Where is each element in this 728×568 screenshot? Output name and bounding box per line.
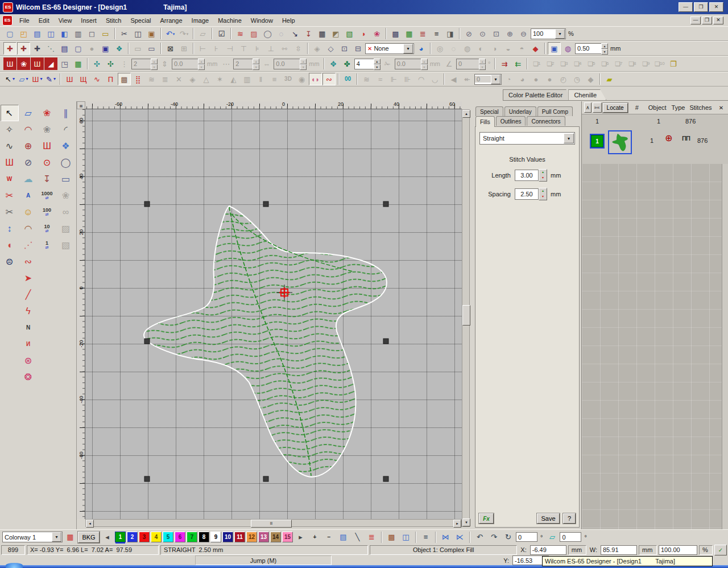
parallel-copy-tool[interactable]: ∥ bbox=[57, 105, 75, 121]
color-list-icon[interactable]: ≡ bbox=[419, 531, 432, 544]
remove-fill-tool[interactable]: ⊘ bbox=[19, 154, 38, 171]
bead-stitch-tool[interactable]: ∾ bbox=[19, 253, 38, 270]
color-10[interactable]: 10 bbox=[222, 532, 233, 542]
wreath-points-spin[interactable]: 4▴▾ bbox=[354, 59, 380, 69]
hoop-icon[interactable]: ◩ bbox=[329, 27, 342, 40]
shrink-icon[interactable]: »« bbox=[593, 102, 602, 113]
dotted-ellipse-icon[interactable]: ◌ bbox=[275, 27, 288, 40]
bkg-button[interactable]: BKG bbox=[78, 532, 100, 543]
hatch-ball-icon[interactable]: ◍ bbox=[561, 42, 574, 55]
zoom-level-combo-arrow-icon[interactable]: ▾ bbox=[555, 29, 565, 39]
digitize-combo[interactable]: ✎▾ bbox=[44, 73, 57, 85]
embroidery-object[interactable] bbox=[144, 206, 387, 477]
measure-tool[interactable]: ↕ bbox=[1, 220, 19, 237]
object-color-swatch[interactable]: 1 bbox=[591, 135, 603, 147]
zoom-factor-icon[interactable]: ⊘ bbox=[462, 27, 475, 40]
penetrations-icon[interactable]: ✚ bbox=[17, 42, 30, 55]
color-9[interactable]: 9 bbox=[210, 532, 221, 542]
design-window-1-button[interactable]: ❏1 bbox=[530, 57, 543, 70]
wreath-points-spin-arrows[interactable]: ▴▾ bbox=[374, 59, 380, 69]
outline-ellipse-icon[interactable]: ◯ bbox=[261, 27, 274, 40]
spacing-input[interactable]: 2.50 bbox=[515, 188, 539, 200]
selection-handle[interactable] bbox=[263, 476, 268, 481]
color-2[interactable]: 2 bbox=[127, 532, 138, 542]
open-icon[interactable]: ◰ bbox=[17, 27, 30, 40]
tab-chenille[interactable]: Chenille bbox=[568, 89, 606, 100]
vertical-scrollbar[interactable]: ▴ ▾ bbox=[462, 109, 470, 527]
horizontal-scroll-thumb[interactable]: Ⅲ bbox=[251, 520, 292, 528]
line-stitch-tool[interactable]: ╱ bbox=[19, 286, 38, 303]
grid-icon[interactable]: ▦ bbox=[316, 27, 329, 40]
reshape-box2-icon[interactable]: ▭ bbox=[145, 42, 158, 55]
zoom-1000-tool[interactable]: 1000⇄ bbox=[38, 187, 56, 204]
export-machine-icon[interactable]: ◧ bbox=[58, 27, 71, 40]
selection-handle[interactable] bbox=[144, 201, 150, 207]
mdi-restore-button[interactable]: ❐ bbox=[702, 17, 712, 24]
restore-button[interactable]: ❐ bbox=[694, 2, 708, 12]
color-1[interactable]: 1 bbox=[115, 532, 126, 542]
reshape-combo[interactable]: ▱▾ bbox=[17, 73, 30, 85]
rotate-cw-icon[interactable]: ↷ bbox=[487, 531, 500, 544]
zoom-box-icon[interactable]: ⊡ bbox=[490, 27, 503, 40]
bolt-stitch-tool[interactable]: ϟ bbox=[19, 303, 38, 319]
hatch-sample-icon[interactable]: ▨ bbox=[247, 27, 260, 40]
skew-icon[interactable]: ▱ bbox=[545, 531, 559, 544]
menu-stitch[interactable]: Stitch bbox=[101, 16, 126, 25]
menu-file[interactable]: File bbox=[15, 16, 34, 25]
stitch-ratio-tool[interactable]: W bbox=[1, 171, 19, 187]
save-icon[interactable]: ▤ bbox=[31, 27, 44, 40]
nodes-diamond-icon[interactable]: ◇ bbox=[324, 42, 337, 55]
menu-special[interactable]: Special bbox=[126, 16, 155, 25]
collapse-icon[interactable]: ∧ bbox=[584, 102, 592, 113]
object-thumbnail[interactable] bbox=[608, 130, 632, 154]
spacing-spinner[interactable]: ▴▾ bbox=[539, 188, 547, 200]
rosette-tool[interactable]: ⊛ bbox=[19, 352, 38, 369]
undo-icon[interactable]: ↶▾ bbox=[164, 27, 177, 40]
polygon-select-tool[interactable]: ✧ bbox=[1, 121, 19, 138]
new-icon[interactable]: ▢ bbox=[3, 27, 16, 40]
locate-button[interactable]: Locate bbox=[603, 103, 628, 113]
nodes-add-icon[interactable]: ⊡ bbox=[338, 42, 351, 55]
stitch-edit-combo[interactable]: Ш▾ bbox=[31, 73, 44, 85]
open-shape-tool[interactable]: ∿ bbox=[1, 138, 19, 154]
pattern-stamp-icon[interactable]: ▣ bbox=[99, 42, 112, 55]
closed-shape-tool[interactable]: ❖ bbox=[57, 138, 75, 154]
color-15[interactable]: 15 bbox=[282, 532, 293, 542]
motif-combo[interactable]: ✕None▾ bbox=[365, 43, 414, 54]
fan-tool[interactable]: ◖ bbox=[1, 237, 19, 253]
scroll-down-icon[interactable]: ▾ bbox=[462, 518, 470, 526]
color-5[interactable]: 5 bbox=[163, 532, 173, 542]
horizontal-scrollbar[interactable]: ◂ Ⅲ ▸ bbox=[85, 519, 462, 527]
nodes-remove-icon[interactable]: ⊟ bbox=[351, 42, 365, 55]
design-window-2-button[interactable]: ❏2 bbox=[544, 57, 557, 70]
mirror-horizontal-icon[interactable]: ⋈ bbox=[439, 531, 452, 544]
zoom-out-icon[interactable]: ⊖ bbox=[517, 27, 530, 40]
color-blend-icon[interactable]: ▣ bbox=[548, 42, 561, 55]
arrow-stitch-tool[interactable]: ➤ bbox=[19, 270, 38, 286]
colorway-editor-icon[interactable]: ▦ bbox=[72, 57, 85, 70]
properties-icon[interactable]: ◨ bbox=[444, 27, 457, 40]
wreath-icon[interactable]: ✥ bbox=[327, 57, 340, 70]
tab-special[interactable]: Special bbox=[475, 106, 503, 116]
cycle-colors-icon[interactable]: ▤ bbox=[337, 531, 350, 544]
color-8[interactable]: 8 bbox=[198, 532, 209, 542]
tab-underlay[interactable]: Underlay bbox=[504, 106, 536, 116]
colorway-photo-icon[interactable]: ▩ bbox=[385, 531, 398, 544]
motif-fill-icon[interactable]: ⣿ bbox=[131, 73, 144, 85]
selection-handle[interactable] bbox=[144, 339, 150, 344]
chenille-slope-icon[interactable]: ◢ bbox=[44, 57, 57, 70]
menu-insert[interactable]: Insert bbox=[76, 16, 101, 25]
object-colors-icon[interactable]: ≣ bbox=[416, 27, 429, 40]
m-stitch-tool[interactable]: И bbox=[19, 336, 38, 352]
save-colorway-icon[interactable]: ◫ bbox=[399, 531, 412, 544]
menu-arrange[interactable]: Arrange bbox=[155, 16, 187, 25]
help-button[interactable]: ? bbox=[563, 513, 576, 524]
satin-stitch-icon[interactable]: Ш bbox=[63, 73, 76, 85]
chenille-coil-icon[interactable]: ∾ bbox=[322, 73, 336, 85]
design-window-6-button[interactable]: ❏6 bbox=[598, 57, 611, 70]
portrait-icon[interactable]: ▩ bbox=[389, 27, 402, 40]
chenille-pattern3-icon[interactable]: Ш bbox=[31, 57, 44, 70]
paste-icon[interactable]: ▣ bbox=[145, 27, 158, 40]
tab-outlines[interactable]: Outlines bbox=[496, 116, 526, 126]
zoom-1-tool[interactable]: 1⇄ bbox=[38, 237, 56, 253]
